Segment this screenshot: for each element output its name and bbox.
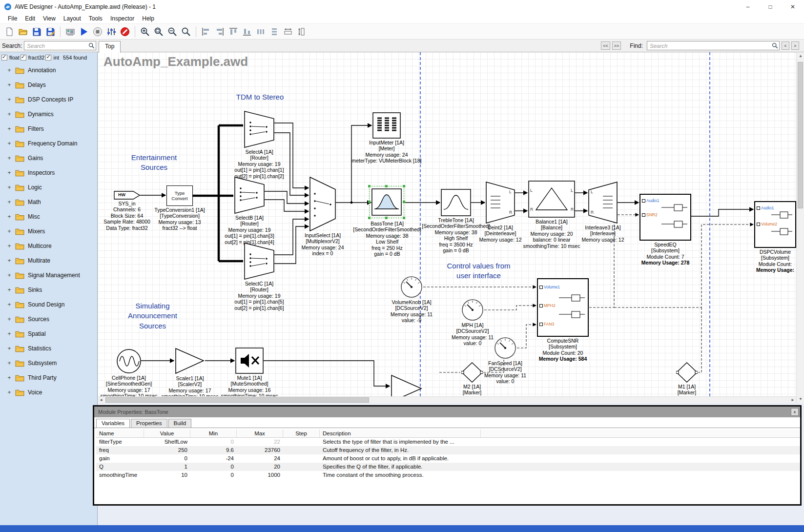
panel-close-button[interactable]: x [791, 408, 799, 416]
cell-value[interactable]: 0 [144, 454, 190, 463]
tree-item-sinks[interactable]: +Sinks [0, 283, 97, 297]
expand-plus-icon[interactable]: + [7, 316, 12, 323]
expand-plus-icon[interactable]: + [7, 169, 12, 176]
tree-item-dsp-concepts-ip[interactable]: +DSP Concepts IP [0, 92, 97, 107]
tree-item-misc[interactable]: +Misc [0, 209, 97, 224]
column-header-description[interactable]: Description [320, 430, 481, 437]
expand-plus-icon[interactable]: + [7, 213, 12, 220]
menu-help[interactable]: Help [138, 14, 158, 23]
hscroll-thumb[interactable] [105, 397, 369, 403]
block-inputmeter[interactable]: InputMeter [1A] [Meter] Memory usage: 24… [372, 112, 401, 164]
expand-plus-icon[interactable]: + [7, 140, 12, 147]
property-row-Q[interactable]: Q1020Specifies the Q of the filter, if a… [96, 463, 800, 471]
tree-item-signal-management[interactable]: +Signal Management [0, 268, 97, 283]
expand-plus-icon[interactable]: + [7, 286, 12, 293]
horizontal-scrollbar[interactable]: ◄ ► [98, 396, 796, 403]
expand-plus-icon[interactable]: + [7, 257, 12, 264]
selection-handle[interactable] [385, 217, 388, 219]
int-checkbox[interactable] [45, 55, 51, 61]
distribute-vertical-button[interactable] [268, 25, 281, 38]
design-canvas[interactable]: AutoAmp_Example.awd TDM to Stereo Entert… [98, 52, 796, 396]
block-deint2[interactable]: L R Deint2 [1A] [Deinterleave] Memory us… [486, 182, 515, 243]
selection-handle[interactable] [385, 185, 388, 187]
find-prev-button[interactable]: < [782, 41, 789, 50]
block-partial[interactable] [391, 374, 423, 396]
pin-volume1[interactable]: Volume1 [539, 285, 560, 289]
selection-handle[interactable] [403, 201, 405, 203]
tree-item-gains[interactable]: +Gains [0, 151, 97, 165]
expand-plus-icon[interactable]: + [7, 272, 12, 279]
find-next-button[interactable]: > [791, 41, 799, 50]
tree-item-multirate[interactable]: +Multirate [0, 253, 97, 268]
block-sys-in[interactable]: HW SYS_in Channels: 6 Block Size: 64 Sam… [114, 191, 140, 231]
block-m1[interactable]: M1 [1A] [Marker] [676, 362, 698, 396]
tree-item-logic[interactable]: +Logic [0, 180, 97, 195]
block-computesnr[interactable]: Volume1 MPH2 FAN3 ComputeSNR [Subsystem]… [537, 278, 589, 362]
float-checkbox[interactable] [1, 55, 7, 61]
match-width-button[interactable] [282, 25, 294, 38]
block-selectc[interactable]: SelectC [1A] [Router] Memory usage: 19 o… [244, 243, 274, 311]
block-dspcvolume[interactable]: Audio1 Volume2 DSPCVolume [Subsystem] Mo… [754, 201, 796, 273]
scroll-left-icon[interactable]: ◄ [99, 397, 103, 404]
block-trebletone[interactable]: TrebleTone [1A] [SecondOrderFilterSmooth… [441, 189, 471, 253]
tab-properties[interactable]: Properties [131, 419, 167, 428]
tree-item-mixers[interactable]: +Mixers [0, 224, 97, 239]
close-button[interactable]: ✕ [782, 0, 804, 14]
selection-handle[interactable] [403, 217, 405, 219]
save-file-button[interactable] [30, 25, 43, 38]
selection-handle[interactable] [368, 185, 371, 187]
scroll-up-icon[interactable]: ▲ [799, 53, 803, 60]
expand-plus-icon[interactable]: + [7, 301, 12, 308]
selection-handle[interactable] [368, 201, 371, 203]
find-first-button[interactable]: << [601, 41, 610, 50]
pin-audio1[interactable]: Audio1 [642, 198, 659, 203]
column-header-max[interactable]: Max [237, 430, 283, 437]
align-top-button[interactable] [227, 25, 240, 38]
connect-hardware-button[interactable] [64, 25, 77, 38]
tree-item-math[interactable]: +Math [0, 195, 97, 209]
block-volumeknob[interactable]: VolumeKnob [1A] [DCSourceV2] Memory usag… [400, 276, 423, 324]
align-left-button[interactable] [200, 25, 212, 38]
align-bottom-button[interactable] [241, 25, 253, 38]
expand-plus-icon[interactable]: + [7, 125, 12, 132]
property-row-filterType[interactable]: filterTypeShelfLow022Selects the type of… [96, 438, 800, 446]
expand-plus-icon[interactable]: + [7, 199, 12, 205]
maximize-button[interactable]: □ [759, 0, 782, 14]
block-scaler1[interactable]: Scaler1 [1A] [ScalerV2] Memory usage: 17… [175, 348, 205, 396]
expand-plus-icon[interactable]: + [7, 389, 12, 396]
property-row-smoothingTime[interactable]: smoothingTime1001000Time constant of the… [96, 471, 800, 479]
cell-value[interactable]: 250 [144, 446, 190, 454]
block-m2[interactable]: M2 [1A] [Marker] [461, 362, 483, 396]
tab-top[interactable]: Top [99, 41, 121, 53]
panel-header[interactable]: Module Properties: BassTone x [94, 407, 800, 417]
column-header-value[interactable]: Value [144, 430, 190, 437]
find-input[interactable] [647, 41, 780, 50]
expand-plus-icon[interactable]: + [7, 82, 12, 88]
expand-plus-icon[interactable]: + [7, 360, 12, 367]
expand-plus-icon[interactable]: + [7, 155, 12, 162]
block-typeconversion1[interactable]: Type Convert TypeConversion1 [1A] [TypeC… [166, 185, 193, 231]
block-basstone[interactable]: BassTone [1A] [SecondOrderFilterSmoothed… [369, 186, 405, 257]
column-header-name[interactable]: Name [96, 430, 144, 437]
tree-item-annotation[interactable]: +Annotation [0, 63, 97, 78]
expand-plus-icon[interactable]: + [7, 111, 12, 118]
block-interleave3[interactable]: L R Interleave3 [1A] [Interleave] Memory… [588, 182, 618, 243]
title-bar[interactable]: AWE Designer - AutoAmp_Example.awd (Rele… [0, 0, 804, 14]
tab-build[interactable]: Build [168, 419, 192, 428]
column-header-min[interactable]: Min [190, 430, 237, 437]
new-file-button[interactable] [3, 25, 16, 38]
block-mute1[interactable]: Mute1 [1A] [MuteSmoothed] Memory usage: … [235, 348, 264, 396]
minimize-button[interactable]: – [737, 0, 759, 14]
block-fanspeed[interactable]: FanSpeed [1A] [DCSourceV2] Memory usage:… [494, 337, 516, 385]
tree-item-voice[interactable]: +Voice [0, 385, 97, 400]
expand-plus-icon[interactable]: + [7, 374, 12, 381]
menu-file[interactable]: File [4, 14, 21, 23]
zoom-in-button[interactable] [139, 25, 151, 38]
pin-mph2[interactable]: MPH2 [539, 303, 556, 308]
tree-item-spatial[interactable]: +Spatial [0, 327, 97, 341]
cell-value[interactable]: 1 [144, 463, 190, 471]
cell-value[interactable]: ShelfLow [144, 438, 190, 446]
block-inputselect[interactable]: InputSelect [1A] [MultiplexorV2] Memory … [309, 177, 336, 257]
tree-item-sound-design[interactable]: +Sound Design [0, 297, 97, 312]
expand-plus-icon[interactable]: + [7, 345, 12, 352]
